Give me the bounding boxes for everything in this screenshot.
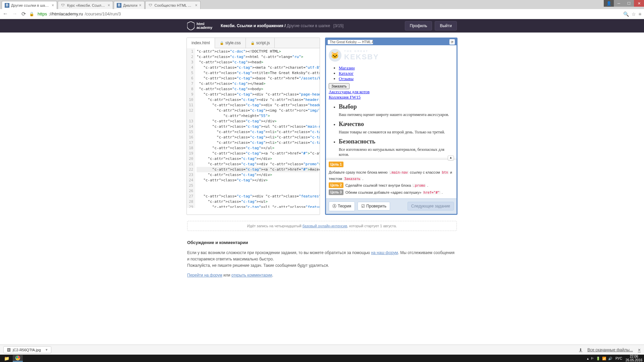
goal-badge: Цель 3 bbox=[329, 189, 343, 195]
code-editor: index.html 🔒style.css 🔒script.js 1234567… bbox=[186, 38, 320, 215]
minimize-button[interactable]: ─ bbox=[614, 0, 624, 7]
feature-heading: Качество bbox=[339, 121, 454, 128]
goal-2: Цель 2 Сделайте ссылкой текст внутри бло… bbox=[329, 182, 454, 189]
ha-favicon: 🛡 bbox=[148, 3, 153, 8]
order-button[interactable]: Заказать bbox=[329, 83, 350, 89]
preview-nav: Магазин Каталог Отзывы bbox=[329, 65, 454, 81]
url-path: /courses/104/run/3 bbox=[85, 11, 121, 16]
goal-badge: Цель 1 bbox=[329, 162, 343, 167]
profile-button[interactable]: Профиль bbox=[405, 21, 432, 31]
action-bar: ⒶТеория ☑Проверить Следующее задание bbox=[326, 198, 457, 214]
editor-tab-js[interactable]: 🔒script.js bbox=[246, 38, 275, 48]
keksby-logo: 🐱 THE GREAT KEKSBY bbox=[329, 47, 454, 64]
feature-heading: Безопасность bbox=[339, 138, 454, 145]
breadcrumb: Кексби. Ссылки и изображения / Другие сс… bbox=[221, 23, 343, 28]
close-icon[interactable]: × bbox=[52, 3, 54, 8]
url-input[interactable]: https://htmlacademy.ru/courses/104/run/3 bbox=[38, 11, 620, 16]
discussion-text: Если у вас возникли сложности при прохож… bbox=[187, 250, 457, 262]
code-lines[interactable]: "c-attr">class="c-doc"><!DOCTYPE HTML>"c… bbox=[195, 48, 320, 208]
book-icon: Ⓐ bbox=[332, 203, 336, 209]
line-gutter: 1234567891011121314151617181920212223242… bbox=[187, 48, 195, 208]
code-area[interactable]: 1234567891011121314151617181920212223242… bbox=[187, 48, 320, 208]
cat-icon: 🐱 bbox=[329, 49, 341, 62]
browser-tab[interactable]: В Другие ссылки в шапке - × bbox=[2, 1, 57, 9]
lock-icon: 🔒 bbox=[251, 41, 255, 45]
editor-tabs: index.html 🔒style.css 🔒script.js bbox=[187, 38, 320, 48]
goal-badge: Цель 2 bbox=[329, 182, 343, 188]
lock-icon: 🔒 bbox=[29, 12, 34, 16]
next-task-button[interactable]: Следующее задание bbox=[408, 202, 454, 210]
close-icon[interactable]: × bbox=[108, 3, 110, 8]
main-content: index.html 🔒style.css 🔒script.js 1234567… bbox=[0, 33, 644, 215]
task-counter: [3/15] bbox=[333, 23, 343, 28]
star-icon[interactable]: ☆ bbox=[632, 11, 636, 17]
close-icon[interactable]: × bbox=[139, 3, 142, 8]
discussion-section: Обсуждение и комментарии Если у вас возн… bbox=[187, 239, 457, 279]
user-icon[interactable]: 👤 bbox=[604, 0, 614, 7]
nav-link[interactable]: Отзывы bbox=[339, 76, 354, 81]
features-list: Выбор Ваш питомец оценит широту нашего а… bbox=[329, 103, 454, 157]
promo-banner: Идёт запись на четырнадцатый базовый онл… bbox=[187, 221, 457, 231]
feature-text: Ваш питомец оценит широту нашего ассорти… bbox=[339, 112, 454, 117]
logo-big: KEKSBY bbox=[344, 53, 379, 61]
promo-link[interactable]: Аксессуары для котов bbox=[329, 89, 370, 94]
browser-tab[interactable]: В Диалоги × bbox=[114, 1, 145, 9]
url-protocol: https bbox=[38, 11, 47, 16]
crumb-task: Другие ссылки в шапке bbox=[287, 23, 330, 28]
nav-link[interactable]: Каталог bbox=[339, 71, 354, 76]
open-comments-link[interactable]: открыть комментарии bbox=[231, 273, 272, 278]
goal-text: Добавьте сразу после блока меню .main-na… bbox=[329, 169, 454, 182]
logo[interactable]: html academy bbox=[187, 21, 212, 30]
preview-panel: The Great Keksby — HTML Acade ⟳ 🐱 THE GR… bbox=[325, 38, 458, 215]
vk-favicon: В bbox=[117, 3, 121, 8]
goal-1: Цель 1 Добавьте сразу после блока меню .… bbox=[329, 162, 454, 182]
tab-title: Курс «Кексби. Ссылки и и bbox=[67, 3, 106, 7]
back-button[interactable]: ← bbox=[3, 11, 8, 17]
crumb-course: Кексби. Ссылки и изображения / bbox=[221, 23, 285, 28]
goal-text: Обеим ссылкам добавьте «адрес-заглушку» … bbox=[345, 189, 443, 196]
preview-body[interactable]: 🐱 THE GREAT KEKSBY Магазин Каталог Отзыв… bbox=[326, 45, 457, 159]
intensive-link[interactable]: базовый онлайн-интенсив bbox=[303, 224, 347, 228]
check-button[interactable]: ☑Проверить bbox=[358, 202, 390, 210]
preview-url: The Great Keksby — HTML Acade bbox=[328, 40, 373, 44]
collapse-icon[interactable]: ▲ bbox=[448, 156, 454, 160]
preview-title-bar: The Great Keksby — HTML Acade ⟳ bbox=[326, 39, 457, 45]
address-bar: ← → ⟳ 🔒 https://htmlacademy.ru/courses/1… bbox=[0, 9, 644, 19]
tab-strip: В Другие ссылки в шапке - × 🛡 Курс «Кекс… bbox=[0, 0, 644, 9]
tab-title: Сообщество HTML Acade bbox=[155, 3, 194, 7]
browser-tab[interactable]: 🛡 Курс «Кексби. Ссылки и и × bbox=[58, 1, 113, 9]
editor-tab-css[interactable]: 🔒style.css bbox=[215, 38, 246, 48]
promo-link[interactable]: Коллекция FW15 bbox=[329, 95, 361, 100]
feature-text: Все изготовлено из натуральных материало… bbox=[339, 147, 454, 157]
check-icon: ☑ bbox=[361, 204, 365, 208]
refresh-icon[interactable]: ⟳ bbox=[449, 39, 455, 45]
close-icon[interactable]: × bbox=[195, 3, 198, 8]
ha-favicon: 🛡 bbox=[61, 3, 65, 8]
forward-button[interactable]: → bbox=[12, 11, 17, 17]
url-host: ://htmlacademy.ru bbox=[49, 11, 83, 16]
goals-panel: ▲ Цель 1 Добавьте сразу после блока меню… bbox=[326, 159, 457, 198]
shield-icon bbox=[187, 21, 195, 30]
editor-tab-html[interactable]: index.html bbox=[187, 38, 215, 48]
window-controls: 👤 ─ ☐ ✕ bbox=[604, 0, 644, 7]
goto-forum-link[interactable]: Перейти на форум bbox=[187, 273, 222, 278]
close-button[interactable]: ✕ bbox=[634, 0, 644, 7]
reload-button[interactable]: ⟳ bbox=[21, 11, 26, 17]
discussion-links: Перейти на форум или открыть комментарии… bbox=[187, 272, 457, 279]
logo-text-2: academy bbox=[197, 26, 212, 29]
nav-link[interactable]: Магазин bbox=[339, 65, 355, 70]
feature-heading: Выбор bbox=[339, 103, 454, 110]
logout-button[interactable]: Выйти bbox=[435, 21, 457, 31]
theory-button[interactable]: ⒶТеория bbox=[329, 201, 355, 211]
maximize-button[interactable]: ☐ bbox=[624, 0, 634, 7]
feature-text: Наши товары не сломаются на второй день.… bbox=[339, 130, 454, 135]
menu-icon[interactable]: ≡ bbox=[639, 11, 641, 17]
forum-link[interactable]: на наш форум bbox=[371, 250, 398, 255]
tab-title: Диалоги bbox=[123, 3, 138, 7]
logo-small: THE GREAT bbox=[344, 50, 379, 53]
zoom-icon[interactable]: 🔍 bbox=[623, 11, 629, 17]
tab-title: Другие ссылки в шапке - bbox=[11, 3, 50, 7]
site-header: html academy Кексби. Ссылки и изображени… bbox=[0, 19, 644, 33]
browser-tab[interactable]: 🛡 Сообщество HTML Acade × bbox=[145, 1, 201, 9]
goal-3: Цель 3 Обеим ссылкам добавьте «адрес-заг… bbox=[329, 189, 454, 196]
